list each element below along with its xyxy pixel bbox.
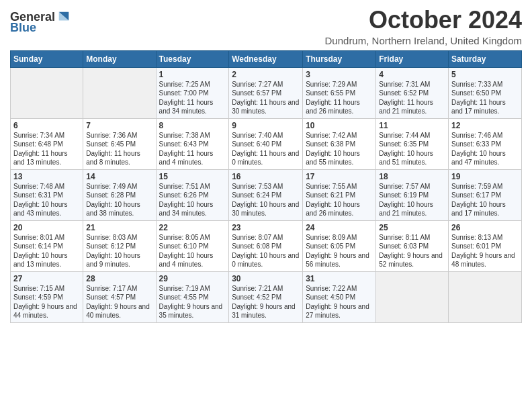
day-info: Sunrise: 8:03 AM Sunset: 6:12 PM Dayligh… [86, 233, 152, 269]
day-number: 15 [159, 172, 226, 181]
calendar-cell: 16Sunrise: 7:53 AM Sunset: 6:24 PM Dayli… [229, 169, 303, 220]
calendar-cell: 15Sunrise: 7:51 AM Sunset: 6:26 PM Dayli… [156, 169, 229, 220]
day-info: Sunrise: 8:01 AM Sunset: 6:14 PM Dayligh… [13, 233, 80, 269]
day-info: Sunrise: 7:19 AM Sunset: 4:55 PM Dayligh… [159, 284, 226, 320]
day-info: Sunrise: 7:53 AM Sunset: 6:24 PM Dayligh… [232, 182, 300, 218]
calendar-cell: 4Sunrise: 7:31 AM Sunset: 6:52 PM Daylig… [376, 67, 449, 118]
calendar-cell: 26Sunrise: 8:13 AM Sunset: 6:01 PM Dayli… [449, 220, 522, 271]
calendar-cell: 11Sunrise: 7:44 AM Sunset: 6:35 PM Dayli… [376, 118, 449, 169]
day-info: Sunrise: 7:48 AM Sunset: 6:31 PM Dayligh… [13, 182, 80, 218]
day-number: 4 [379, 70, 445, 79]
calendar-cell: 31Sunrise: 7:22 AM Sunset: 4:50 PM Dayli… [303, 271, 376, 322]
day-number: 13 [13, 172, 80, 181]
day-info: Sunrise: 7:27 AM Sunset: 6:57 PM Dayligh… [232, 80, 300, 116]
day-info: Sunrise: 7:33 AM Sunset: 6:50 PM Dayligh… [451, 80, 519, 116]
day-header-saturday: Saturday [449, 50, 522, 67]
day-info: Sunrise: 8:07 AM Sunset: 6:08 PM Dayligh… [232, 233, 300, 269]
header: General Blue October 2024 Dundrum, North… [10, 7, 522, 46]
calendar-cell: 17Sunrise: 7:55 AM Sunset: 6:21 PM Dayli… [303, 169, 376, 220]
day-info: Sunrise: 7:57 AM Sunset: 6:19 PM Dayligh… [379, 182, 445, 218]
day-number: 30 [232, 274, 300, 283]
calendar-cell: 5Sunrise: 7:33 AM Sunset: 6:50 PM Daylig… [449, 67, 522, 118]
calendar-cell: 10Sunrise: 7:42 AM Sunset: 6:38 PM Dayli… [303, 118, 376, 169]
day-number: 1 [159, 70, 226, 79]
day-info: Sunrise: 7:34 AM Sunset: 6:48 PM Dayligh… [13, 131, 80, 167]
day-number: 12 [451, 121, 519, 130]
calendar-cell: 8Sunrise: 7:38 AM Sunset: 6:43 PM Daylig… [156, 118, 229, 169]
day-info: Sunrise: 7:29 AM Sunset: 6:55 PM Dayligh… [306, 80, 373, 116]
day-header-thursday: Thursday [303, 50, 376, 67]
day-number: 3 [306, 70, 373, 79]
day-number: 5 [451, 70, 519, 79]
day-header-wednesday: Wednesday [229, 50, 303, 67]
logo-blue: Blue [10, 21, 36, 34]
calendar-cell [449, 271, 522, 322]
calendar-cell: 24Sunrise: 8:09 AM Sunset: 6:05 PM Dayli… [303, 220, 376, 271]
day-info: Sunrise: 7:15 AM Sunset: 4:59 PM Dayligh… [13, 284, 80, 320]
day-number: 31 [306, 274, 373, 283]
week-row-2: 6Sunrise: 7:34 AM Sunset: 6:48 PM Daylig… [11, 118, 522, 169]
day-number: 6 [13, 121, 80, 130]
day-header-friday: Friday [376, 50, 449, 67]
calendar-cell: 22Sunrise: 8:05 AM Sunset: 6:10 PM Dayli… [156, 220, 229, 271]
calendar-cell: 9Sunrise: 7:40 AM Sunset: 6:40 PM Daylig… [229, 118, 303, 169]
calendar-cell: 6Sunrise: 7:34 AM Sunset: 6:48 PM Daylig… [11, 118, 83, 169]
day-number: 8 [159, 121, 226, 130]
day-number: 29 [159, 274, 226, 283]
logo-icon [56, 9, 71, 24]
calendar-cell: 7Sunrise: 7:36 AM Sunset: 6:45 PM Daylig… [83, 118, 156, 169]
day-header-tuesday: Tuesday [156, 50, 229, 67]
day-number: 7 [86, 121, 152, 130]
calendar-cell: 29Sunrise: 7:19 AM Sunset: 4:55 PM Dayli… [156, 271, 229, 322]
calendar-cell: 28Sunrise: 7:17 AM Sunset: 4:57 PM Dayli… [83, 271, 156, 322]
day-number: 9 [232, 121, 300, 130]
calendar-cell: 30Sunrise: 7:21 AM Sunset: 4:52 PM Dayli… [229, 271, 303, 322]
day-info: Sunrise: 7:59 AM Sunset: 6:17 PM Dayligh… [451, 182, 519, 218]
day-info: Sunrise: 7:38 AM Sunset: 6:43 PM Dayligh… [159, 131, 226, 167]
day-number: 25 [379, 223, 445, 232]
week-row-5: 27Sunrise: 7:15 AM Sunset: 4:59 PM Dayli… [11, 271, 522, 322]
calendar-cell: 13Sunrise: 7:48 AM Sunset: 6:31 PM Dayli… [11, 169, 83, 220]
day-number: 2 [232, 70, 300, 79]
day-info: Sunrise: 8:09 AM Sunset: 6:05 PM Dayligh… [306, 233, 373, 269]
day-number: 11 [379, 121, 445, 130]
day-info: Sunrise: 7:31 AM Sunset: 6:52 PM Dayligh… [379, 80, 445, 116]
calendar-cell: 25Sunrise: 8:11 AM Sunset: 6:03 PM Dayli… [376, 220, 449, 271]
day-info: Sunrise: 7:21 AM Sunset: 4:52 PM Dayligh… [232, 284, 300, 320]
day-info: Sunrise: 7:55 AM Sunset: 6:21 PM Dayligh… [306, 182, 373, 218]
calendar-cell: 2Sunrise: 7:27 AM Sunset: 6:57 PM Daylig… [229, 67, 303, 118]
calendar-cell: 12Sunrise: 7:46 AM Sunset: 6:33 PM Dayli… [449, 118, 522, 169]
day-info: Sunrise: 7:49 AM Sunset: 6:28 PM Dayligh… [86, 182, 152, 218]
day-info: Sunrise: 7:42 AM Sunset: 6:38 PM Dayligh… [306, 131, 373, 167]
day-info: Sunrise: 7:46 AM Sunset: 6:33 PM Dayligh… [451, 131, 519, 167]
day-info: Sunrise: 7:40 AM Sunset: 6:40 PM Dayligh… [232, 131, 300, 167]
month-title: October 2024 [325, 7, 522, 34]
day-info: Sunrise: 8:05 AM Sunset: 6:10 PM Dayligh… [159, 233, 226, 269]
day-number: 28 [86, 274, 152, 283]
week-row-1: 1Sunrise: 7:25 AM Sunset: 7:00 PM Daylig… [11, 67, 522, 118]
calendar-cell: 23Sunrise: 8:07 AM Sunset: 6:08 PM Dayli… [229, 220, 303, 271]
day-header-monday: Monday [83, 50, 156, 67]
day-number: 10 [306, 121, 373, 130]
day-number: 26 [451, 223, 519, 232]
calendar-cell: 27Sunrise: 7:15 AM Sunset: 4:59 PM Dayli… [11, 271, 83, 322]
day-number: 17 [306, 172, 373, 181]
calendar-cell: 14Sunrise: 7:49 AM Sunset: 6:28 PM Dayli… [83, 169, 156, 220]
week-row-4: 20Sunrise: 8:01 AM Sunset: 6:14 PM Dayli… [11, 220, 522, 271]
day-number: 23 [232, 223, 300, 232]
calendar-cell [376, 271, 449, 322]
day-info: Sunrise: 7:44 AM Sunset: 6:35 PM Dayligh… [379, 131, 445, 167]
page: General Blue October 2024 Dundrum, North… [0, 0, 532, 411]
day-number: 24 [306, 223, 373, 232]
calendar-cell: 21Sunrise: 8:03 AM Sunset: 6:12 PM Dayli… [83, 220, 156, 271]
calendar-cell: 18Sunrise: 7:57 AM Sunset: 6:19 PM Dayli… [376, 169, 449, 220]
day-info: Sunrise: 7:51 AM Sunset: 6:26 PM Dayligh… [159, 182, 226, 218]
calendar-cell: 3Sunrise: 7:29 AM Sunset: 6:55 PM Daylig… [303, 67, 376, 118]
day-number: 27 [13, 274, 80, 283]
week-row-3: 13Sunrise: 7:48 AM Sunset: 6:31 PM Dayli… [11, 169, 522, 220]
header-row: SundayMondayTuesdayWednesdayThursdayFrid… [11, 50, 522, 67]
day-number: 21 [86, 223, 152, 232]
day-info: Sunrise: 7:17 AM Sunset: 4:57 PM Dayligh… [86, 284, 152, 320]
day-header-sunday: Sunday [11, 50, 83, 67]
title-block: October 2024 Dundrum, Northern Ireland, … [325, 7, 522, 46]
